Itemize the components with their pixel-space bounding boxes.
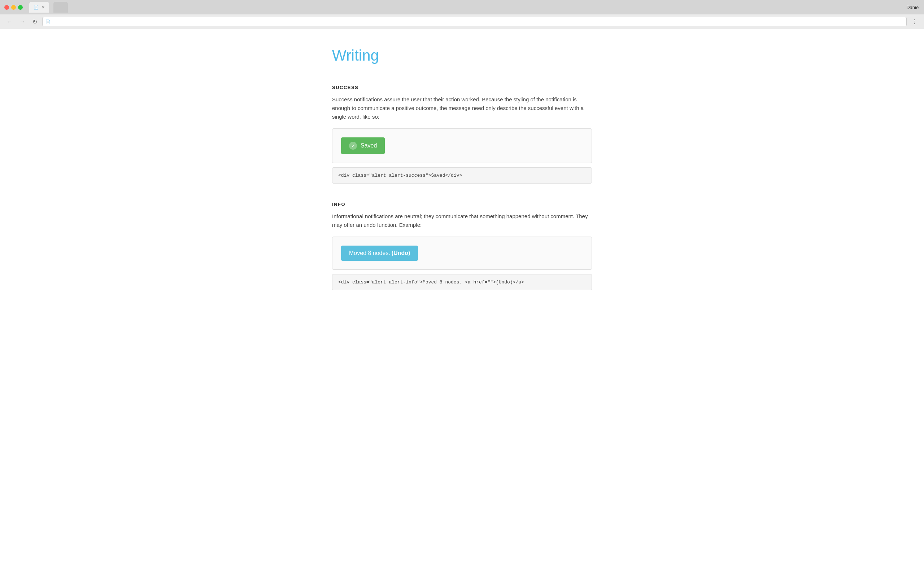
browser-content: Writing SUCCESS Success notifications as…	[0, 29, 924, 577]
maximize-button[interactable]	[18, 5, 23, 10]
info-code-box: <div class="alert alert-info">Moved 8 no…	[332, 274, 592, 290]
address-bar-icon: 📄	[45, 19, 50, 24]
success-alert[interactable]: ✓ Saved	[341, 137, 385, 154]
tab-icon: 📄	[34, 5, 39, 10]
success-demo-box: ✓ Saved	[332, 128, 592, 163]
success-heading: SUCCESS	[332, 85, 592, 90]
browser-toolbar: ← → ↻ 📄 ⋮	[0, 15, 924, 29]
browser-chrome: 📄 ✕ Daniel ← → ↻ 📄 ⋮	[0, 0, 924, 29]
success-code-box: <div class="alert alert-success">Saved</…	[332, 167, 592, 184]
success-description: Success notifications assure the user th…	[332, 95, 592, 121]
info-alert-text: Moved 8 nodes.	[349, 250, 390, 256]
browser-titlebar: 📄 ✕ Daniel	[0, 0, 924, 15]
undo-link[interactable]: (Undo)	[392, 250, 410, 256]
success-alert-text: Saved	[360, 142, 377, 149]
info-alert[interactable]: Moved 8 nodes. (Undo)	[341, 246, 418, 261]
close-button[interactable]	[4, 5, 9, 10]
back-button[interactable]: ←	[4, 18, 15, 26]
browser-user-label: Daniel	[906, 5, 920, 10]
minimize-button[interactable]	[11, 5, 16, 10]
section-info: INFO Informational notifications are neu…	[332, 201, 592, 290]
info-demo-box: Moved 8 nodes. (Undo)	[332, 237, 592, 270]
browser-tab-active[interactable]: 📄 ✕	[29, 2, 49, 13]
section-success: SUCCESS Success notifications assure the…	[332, 85, 592, 184]
page-title: Writing	[332, 47, 592, 64]
browser-tab-inactive[interactable]	[53, 2, 68, 13]
check-icon: ✓	[349, 142, 357, 150]
info-heading: INFO	[332, 201, 592, 207]
traffic-lights	[4, 5, 23, 10]
info-description: Informational notifications are neutral;…	[332, 212, 592, 229]
forward-button[interactable]: →	[17, 18, 27, 26]
reload-button[interactable]: ↻	[30, 18, 39, 26]
browser-menu-button[interactable]: ⋮	[909, 18, 920, 26]
page-divider	[332, 70, 592, 70]
address-bar[interactable]: 📄	[42, 17, 907, 26]
page-container: Writing SUCCESS Success notifications as…	[325, 29, 599, 330]
tab-close-button[interactable]: ✕	[42, 5, 45, 10]
